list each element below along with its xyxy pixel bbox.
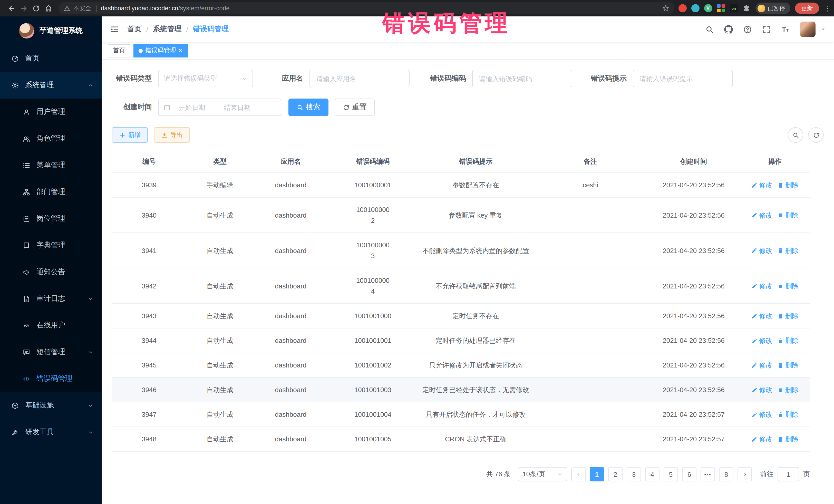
extension-grid-icon[interactable] bbox=[717, 4, 725, 12]
error-code-input[interactable] bbox=[472, 70, 572, 87]
sidebar-item-sms[interactable]: 短信管理 bbox=[0, 339, 102, 366]
caret-down-icon[interactable] bbox=[821, 27, 826, 32]
breadcrumb-system[interactable]: 系统管理 bbox=[153, 25, 182, 34]
edit-link[interactable]: 修改 bbox=[751, 409, 772, 420]
app-name-input[interactable] bbox=[309, 70, 410, 87]
delete-link[interactable]: 删除 bbox=[777, 310, 798, 321]
sidebar-item-departments[interactable]: 部门管理 bbox=[0, 179, 102, 205]
delete-link-label: 删除 bbox=[785, 310, 798, 321]
edit-link[interactable]: 修改 bbox=[751, 434, 772, 444]
search-icon[interactable] bbox=[705, 25, 714, 34]
sidebar-item-error-code[interactable]: 错误码管理 bbox=[0, 366, 102, 392]
bookmark-star-icon[interactable] bbox=[662, 5, 669, 12]
chrome-menu-icon[interactable] bbox=[824, 4, 829, 12]
delete-link[interactable]: 删除 bbox=[777, 434, 798, 444]
table-row: 3943 自动生成 dashboard 1001001000 定时任务不存在 2… bbox=[112, 304, 810, 328]
page-button-6[interactable]: 6 bbox=[682, 467, 697, 481]
add-button[interactable]: 新增 bbox=[112, 127, 148, 143]
sidebar-item-dictionary[interactable]: 字典管理 bbox=[0, 232, 102, 259]
cell-id: 3946 bbox=[112, 378, 186, 402]
github-icon[interactable] bbox=[724, 25, 733, 34]
edit-link[interactable]: 修改 bbox=[751, 385, 772, 395]
sidebar-item-online-users[interactable]: 在线用户 bbox=[0, 312, 102, 339]
delete-link[interactable]: 删除 bbox=[777, 335, 798, 346]
user-avatar[interactable] bbox=[800, 22, 815, 37]
sidebar-item-infrastructure[interactable]: 基础设施 bbox=[0, 392, 102, 419]
vue-devtools-icon[interactable] bbox=[704, 4, 712, 12]
extension-red-icon[interactable] bbox=[678, 4, 686, 12]
delete-link[interactable]: 删除 bbox=[777, 409, 798, 420]
edit-link[interactable]: 修改 bbox=[751, 335, 772, 346]
export-button[interactable]: 导出 bbox=[154, 127, 190, 143]
sidebar-item-notices[interactable]: 通知公告 bbox=[0, 259, 102, 285]
sidebar-item-label: 部门管理 bbox=[37, 187, 65, 197]
edit-link[interactable]: 修改 bbox=[751, 210, 772, 220]
page-button-4[interactable]: 4 bbox=[645, 467, 659, 481]
tag-home[interactable]: 首页 bbox=[108, 44, 130, 57]
tag-close-icon[interactable] bbox=[179, 47, 182, 54]
cell-msg: 定时任务不存在 bbox=[418, 304, 534, 328]
cell-remark bbox=[534, 402, 647, 427]
sidebar-item-menus[interactable]: 菜单管理 bbox=[0, 152, 102, 179]
edit-link[interactable]: 修改 bbox=[751, 281, 772, 291]
extensions-puzzle-icon[interactable] bbox=[742, 4, 751, 12]
adblock-on-icon[interactable] bbox=[729, 4, 738, 12]
edit-link[interactable]: 修改 bbox=[751, 245, 772, 256]
end-date-input[interactable] bbox=[218, 104, 256, 111]
reset-button[interactable]: 重置 bbox=[335, 98, 375, 116]
search-button[interactable]: 搜索 bbox=[288, 98, 328, 116]
delete-link[interactable]: 删除 bbox=[777, 180, 798, 191]
address-bar[interactable]: 不安全 dashboard.yudao.iocoder.cn/system/er… bbox=[59, 2, 674, 14]
delete-link[interactable]: 删除 bbox=[777, 281, 798, 291]
table-row: 3941 自动生成 dashboard 100100000 3 不能删除类型为系… bbox=[112, 233, 810, 268]
edit-link[interactable]: 修改 bbox=[751, 180, 772, 191]
date-range-picker[interactable]: - bbox=[158, 98, 281, 116]
refresh-table-button[interactable] bbox=[808, 127, 824, 143]
delete-link[interactable]: 删除 bbox=[777, 210, 798, 220]
back-icon[interactable] bbox=[5, 2, 18, 14]
goto-page-input[interactable] bbox=[777, 467, 799, 481]
page-button-3[interactable]: 3 bbox=[627, 467, 641, 481]
extension-teal-icon[interactable] bbox=[691, 4, 699, 12]
page-button-2[interactable]: 2 bbox=[608, 467, 622, 481]
edit-link[interactable]: 修改 bbox=[751, 310, 772, 321]
dashboard-icon bbox=[11, 54, 19, 62]
delete-link[interactable]: 删除 bbox=[777, 385, 798, 395]
search-icon bbox=[297, 104, 303, 111]
help-icon[interactable] bbox=[743, 25, 752, 34]
page-button-5[interactable]: 5 bbox=[664, 467, 678, 481]
delete-link[interactable]: 删除 bbox=[777, 245, 798, 256]
page-more-button[interactable]: ••• bbox=[701, 467, 715, 481]
breadcrumb-home[interactable]: 首页 bbox=[127, 25, 142, 34]
delete-link-label: 删除 bbox=[785, 434, 798, 444]
start-date-input[interactable] bbox=[173, 104, 211, 111]
page-size-select[interactable]: 10条/页 bbox=[518, 467, 567, 481]
profile-chip[interactable]: 已暂停 bbox=[755, 3, 790, 14]
prev-page-button[interactable] bbox=[571, 467, 586, 481]
error-msg-input[interactable] bbox=[633, 70, 733, 87]
sidebar-item-posts[interactable]: 岗位管理 bbox=[0, 205, 102, 232]
error-type-select[interactable]: 请选择错误码类型 bbox=[158, 70, 253, 87]
tag-error-code[interactable]: 错误码管理 bbox=[133, 44, 188, 57]
reload-icon[interactable] bbox=[30, 2, 42, 14]
app-logo[interactable]: 芋道管理系统 bbox=[0, 17, 102, 45]
sidebar-item-system[interactable]: 系统管理 bbox=[0, 72, 102, 98]
update-button[interactable]: 更新 bbox=[795, 3, 819, 14]
page-button-8[interactable]: 8 bbox=[719, 467, 733, 481]
forward-icon[interactable] bbox=[18, 2, 30, 14]
sidebar-item-roles[interactable]: 角色管理 bbox=[0, 125, 102, 152]
fullscreen-icon[interactable] bbox=[762, 25, 771, 34]
sidebar-toggle-icon[interactable] bbox=[110, 25, 119, 34]
sidebar-item-home[interactable]: 首页 bbox=[0, 45, 102, 72]
toggle-search-button[interactable] bbox=[788, 127, 803, 143]
sidebar-item-users[interactable]: 用户管理 bbox=[0, 98, 102, 125]
next-page-button[interactable] bbox=[738, 467, 752, 481]
home-icon[interactable] bbox=[42, 2, 54, 14]
page-button-1[interactable]: 1 bbox=[590, 467, 604, 481]
sidebar-item-dev-tools[interactable]: 研发工具 bbox=[0, 419, 102, 445]
edit-link[interactable]: 修改 bbox=[751, 360, 772, 371]
tags-view: 首页 错误码管理 bbox=[102, 42, 834, 60]
font-size-icon[interactable] bbox=[781, 25, 790, 34]
delete-link[interactable]: 删除 bbox=[777, 360, 798, 371]
sidebar-item-audit-log[interactable]: 审计日志 bbox=[0, 285, 102, 312]
